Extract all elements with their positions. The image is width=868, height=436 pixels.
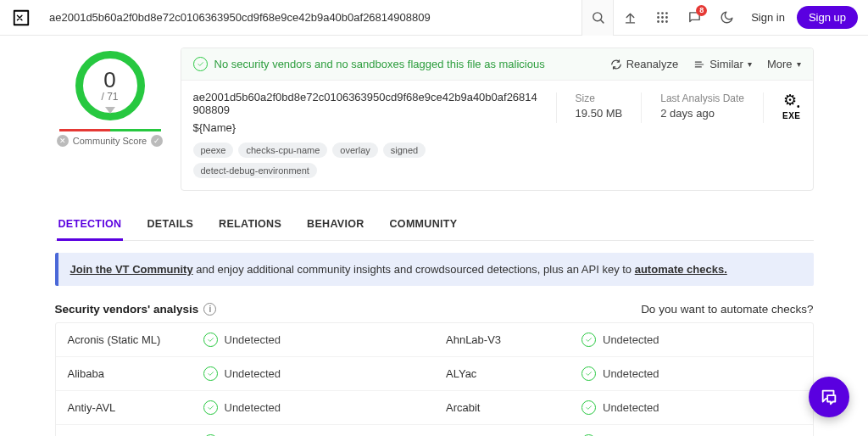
apps-icon[interactable]	[646, 0, 678, 36]
check-icon	[581, 366, 596, 381]
filetype-badge: ⚙• EXE	[782, 92, 801, 120]
vendor-status: Undetected	[192, 425, 435, 436]
vendor-name: AVG	[434, 425, 570, 436]
theme-toggle-icon[interactable]	[710, 0, 743, 36]
tag[interactable]: overlay	[332, 143, 377, 158]
date-label: Last Analysis Date	[660, 92, 744, 104]
tag[interactable]: signed	[383, 143, 426, 158]
svg-point-9	[661, 21, 662, 22]
vendor-status: Undetected	[192, 391, 435, 424]
svg-point-6	[661, 17, 662, 18]
tag[interactable]: checks-cpu-name	[238, 143, 327, 158]
svg-rect-0	[14, 10, 29, 25]
size-value: 19.50 MB	[576, 107, 623, 120]
file-name: ${Name}	[193, 121, 541, 134]
file-hash: ae2001d5b60a2f0bd8e72c0106363950cd9f68e9…	[193, 91, 541, 116]
vendor-status: Undetected	[192, 357, 435, 390]
automate-checks-link[interactable]: automate checks.	[635, 263, 727, 276]
svg-point-2	[657, 13, 658, 14]
tab-relations[interactable]: RELATIONS	[217, 210, 283, 240]
more-button[interactable]: More▾	[767, 58, 801, 70]
vendor-name: Alibaba	[56, 357, 192, 390]
community-score-marker	[105, 107, 115, 114]
community-score-bar	[59, 129, 161, 131]
svg-point-3	[661, 13, 662, 14]
notifications-icon[interactable]: 8	[678, 0, 710, 36]
similar-button[interactable]: Similar▾	[693, 58, 752, 70]
signup-button[interactable]: Sign up	[797, 6, 858, 29]
notification-badge: 8	[696, 5, 707, 16]
vendor-status: Undetected	[192, 323, 435, 356]
automate-prompt[interactable]: Do you want to automate checks?	[641, 303, 813, 316]
vendor-name: ALYac	[434, 357, 570, 390]
vendor-row: AvastUndetectedAVGUndetected	[56, 425, 813, 436]
tab-details[interactable]: DETAILS	[145, 210, 195, 240]
vendors-heading: Security vendors' analysis i	[55, 303, 217, 316]
info-icon[interactable]: i	[203, 303, 216, 316]
check-icon	[203, 400, 218, 415]
date-value: 2 days ago	[660, 107, 744, 120]
tag[interactable]: peexe	[193, 143, 234, 158]
vendor-name: Avast	[56, 425, 192, 436]
vendor-name: AhnLab-V3	[434, 323, 570, 356]
vendor-name: Antiy-AVL	[56, 391, 192, 424]
vendor-name: Acronis (Static ML)	[56, 323, 192, 356]
search-input[interactable]	[49, 6, 575, 30]
detection-total: / 71	[101, 91, 118, 103]
tab-behavior[interactable]: BEHAVIOR	[305, 210, 365, 240]
tag-list: peexechecks-cpu-nameoverlaysigneddetect-…	[193, 143, 541, 178]
vendor-status: Undetected	[570, 323, 813, 356]
join-community-link[interactable]: Join the VT Community	[70, 263, 193, 276]
vendor-row: AlibabaUndetectedALYacUndetected	[56, 357, 813, 391]
signin-link[interactable]: Sign in	[743, 11, 793, 24]
check-icon	[203, 366, 218, 381]
status-message: No security vendors and no sandboxes fla…	[193, 57, 545, 71]
vendor-status: Undetected	[570, 425, 813, 436]
logo[interactable]	[0, 8, 42, 27]
tag[interactable]: detect-debug-environment	[193, 163, 317, 178]
svg-point-8	[657, 21, 658, 22]
detection-count: 0	[103, 69, 115, 91]
size-label: Size	[576, 92, 623, 104]
community-banner: Join the VT Community and enjoy addition…	[55, 253, 814, 286]
search-button[interactable]	[581, 0, 614, 36]
svg-point-7	[665, 17, 666, 18]
tab-community[interactable]: COMMUNITY	[388, 210, 459, 240]
svg-point-5	[657, 17, 658, 18]
chat-fab[interactable]	[809, 377, 849, 417]
check-icon	[581, 333, 596, 347]
vendor-status: Undetected	[570, 357, 813, 390]
check-icon	[581, 400, 596, 415]
check-icon	[193, 57, 208, 71]
svg-point-4	[665, 13, 666, 14]
check-icon	[203, 333, 218, 347]
vendor-row: Antiy-AVLUndetectedArcabitUndetected	[56, 391, 813, 425]
vendor-status: Undetected	[570, 391, 813, 424]
upload-icon[interactable]	[614, 0, 646, 36]
community-score-label: ✕ Community Score ✓	[57, 135, 163, 147]
vendor-row: Acronis (Static ML)UndetectedAhnLab-V3Un…	[56, 323, 813, 357]
reanalyze-button[interactable]: Reanalyze	[610, 58, 678, 70]
vendor-name: Arcabit	[434, 391, 570, 424]
exe-icon: ⚙•	[783, 92, 800, 111]
svg-point-10	[665, 21, 666, 22]
tab-detection[interactable]: DETECTION	[57, 210, 124, 241]
